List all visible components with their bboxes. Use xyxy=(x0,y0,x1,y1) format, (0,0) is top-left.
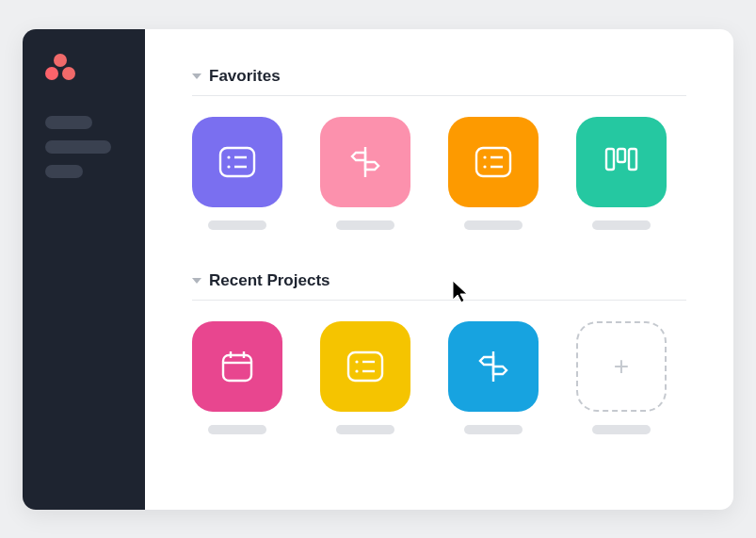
favorites-tiles xyxy=(192,117,686,230)
tile-label xyxy=(592,425,651,434)
svg-point-19 xyxy=(355,360,358,363)
svg-rect-12 xyxy=(618,149,625,162)
list-icon xyxy=(346,351,384,383)
svg-rect-14 xyxy=(223,355,251,381)
favorites-section: Favorites xyxy=(192,67,686,230)
svg-point-8 xyxy=(483,165,486,168)
project-tile[interactable] xyxy=(320,321,410,434)
svg-rect-18 xyxy=(348,352,382,381)
signpost-icon xyxy=(346,143,384,181)
svg-point-20 xyxy=(355,369,358,372)
tile-card[interactable] xyxy=(192,117,282,207)
board-icon xyxy=(603,145,640,179)
plus-icon: + xyxy=(614,353,629,380)
svg-point-2 xyxy=(227,165,230,168)
list-icon xyxy=(218,146,256,178)
svg-rect-0 xyxy=(220,148,254,176)
signpost-icon xyxy=(475,348,512,385)
tile-label xyxy=(208,220,266,230)
sidebar-item-1[interactable] xyxy=(45,116,92,129)
svg-rect-11 xyxy=(606,149,614,170)
tile-card[interactable] xyxy=(448,321,539,412)
svg-point-7 xyxy=(483,155,486,158)
project-tile[interactable] xyxy=(576,117,667,230)
recent-section: Recent Projects xyxy=(192,271,686,434)
favorites-header[interactable]: Favorites xyxy=(192,67,686,86)
calendar-icon xyxy=(219,349,255,384)
tile-card[interactable] xyxy=(320,321,410,412)
caret-down-icon xyxy=(192,73,201,79)
add-tile[interactable]: + xyxy=(576,321,667,412)
divider xyxy=(192,95,686,96)
sidebar-item-3[interactable] xyxy=(45,165,83,178)
project-tile[interactable] xyxy=(192,117,282,230)
list-icon xyxy=(475,146,512,178)
project-tile[interactable] xyxy=(320,117,410,230)
tile-label xyxy=(336,220,394,230)
tile-label xyxy=(464,425,523,434)
tile-label xyxy=(208,425,266,434)
tile-card[interactable] xyxy=(192,321,282,412)
add-project-tile[interactable]: + xyxy=(576,321,667,434)
tile-label xyxy=(336,425,394,434)
project-tile[interactable] xyxy=(448,321,539,434)
sidebar-item-2[interactable] xyxy=(45,140,111,154)
tile-label xyxy=(464,220,523,230)
svg-rect-6 xyxy=(476,148,510,176)
recent-header[interactable]: Recent Projects xyxy=(192,271,686,290)
sidebar xyxy=(23,29,145,510)
divider xyxy=(192,300,686,301)
app-window: Favorites xyxy=(23,29,733,510)
svg-rect-13 xyxy=(629,149,636,170)
caret-down-icon xyxy=(192,278,201,284)
tile-card[interactable] xyxy=(448,117,539,207)
tile-card[interactable] xyxy=(320,117,410,207)
tile-label xyxy=(592,220,651,230)
main-content: Favorites xyxy=(145,29,733,510)
tile-card[interactable] xyxy=(576,117,667,207)
recent-title: Recent Projects xyxy=(209,271,330,290)
logo[interactable] xyxy=(45,54,75,82)
project-tile[interactable] xyxy=(192,321,282,434)
svg-point-1 xyxy=(227,155,230,158)
project-tile[interactable] xyxy=(448,117,539,230)
recent-tiles: + xyxy=(192,321,686,434)
favorites-title: Favorites xyxy=(209,67,281,86)
